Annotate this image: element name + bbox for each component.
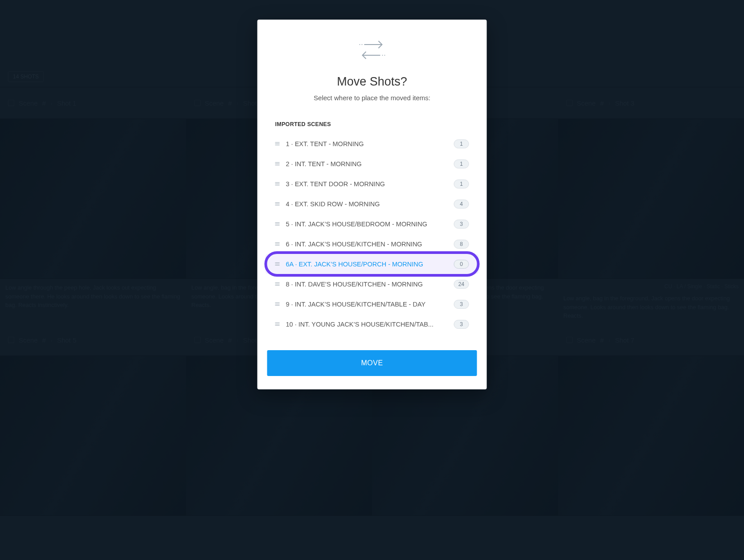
- scene-label: 3 · EXT. TENT DOOR - MORNING: [286, 180, 449, 188]
- scene-row[interactable]: 6A · EXT. JACK’S HOUSE/PORCH - MORNING0: [266, 254, 479, 274]
- scene-label: 1 · EXT. TENT - MORNING: [286, 140, 449, 147]
- scene-label: 2 · INT. TENT - MORNING: [286, 160, 449, 168]
- modal-subtitle: Select where to place the moved items:: [266, 94, 479, 102]
- scene-icon: [275, 141, 281, 146]
- svg-point-5: [384, 55, 385, 56]
- scene-icon: [275, 201, 281, 206]
- scene-icon: [275, 221, 281, 226]
- scene-icon: [275, 161, 281, 166]
- scene-count-badge: 3: [454, 220, 469, 229]
- scene-row[interactable]: 9 · INT. JACK’S HOUSE/KITCHEN/TABLE - DA…: [266, 294, 479, 314]
- scene-label: 8 · INT. DAVE’S HOUSE/KITCHEN - MORNING: [286, 281, 449, 288]
- scene-count-badge: 1: [454, 180, 469, 188]
- scenes-section-label: IMPORTED SCENES: [266, 121, 479, 134]
- scene-count-badge: 24: [454, 280, 469, 289]
- scene-list: 1 · EXT. TENT - MORNING12 · INT. TENT - …: [266, 134, 479, 334]
- scene-row[interactable]: 1 · EXT. TENT - MORNING1: [266, 134, 479, 154]
- scene-label: 10 · INT. YOUNG JACK’S HOUSE/KITCHEN/TAB…: [286, 321, 449, 328]
- scene-count-badge: 1: [454, 159, 469, 168]
- scene-label: 6A · EXT. JACK’S HOUSE/PORCH - MORNING: [286, 261, 449, 268]
- scene-icon: [275, 302, 281, 307]
- scene-icon: [275, 282, 281, 286]
- svg-point-1: [361, 44, 362, 45]
- scene-label: 6 · INT. JACK’S HOUSE/KITCHEN - MORNING: [286, 241, 449, 248]
- scene-count-badge: 4: [454, 200, 469, 208]
- scene-icon: [275, 262, 281, 266]
- scene-row[interactable]: 2 · INT. TENT - MORNING1: [266, 154, 479, 174]
- scene-row[interactable]: 6 · INT. JACK’S HOUSE/KITCHEN - MORNING8: [266, 234, 479, 254]
- scene-row[interactable]: 8 · INT. DAVE’S HOUSE/KITCHEN - MORNING2…: [266, 274, 479, 294]
- scene-icon: [275, 322, 281, 327]
- modal-title: Move Shots?: [266, 75, 479, 89]
- scene-count-badge: 8: [454, 240, 469, 249]
- scene-icon: [275, 181, 281, 186]
- scene-count-badge: 0: [454, 260, 469, 269]
- svg-point-4: [382, 55, 383, 56]
- scene-count-badge: 3: [454, 300, 469, 309]
- move-shots-modal: Move Shots? Select where to place the mo…: [258, 20, 487, 389]
- swap-arrows-icon: [266, 37, 479, 62]
- scene-label: 4 · EXT. SKID ROW - MORNING: [286, 200, 449, 208]
- scene-icon: [275, 241, 281, 246]
- scene-label: 5 · INT. JACK’S HOUSE/BEDROOM - MORNING: [286, 221, 449, 228]
- scene-label: 9 · INT. JACK’S HOUSE/KITCHEN/TABLE - DA…: [286, 301, 449, 308]
- svg-point-2: [359, 44, 360, 45]
- scene-row[interactable]: 5 · INT. JACK’S HOUSE/BEDROOM - MORNING3: [266, 214, 479, 234]
- move-button[interactable]: MOVE: [267, 350, 477, 376]
- scene-row[interactable]: 10 · INT. YOUNG JACK’S HOUSE/KITCHEN/TAB…: [266, 314, 479, 334]
- scene-row[interactable]: 4 · EXT. SKID ROW - MORNING4: [266, 194, 479, 214]
- scene-row[interactable]: 3 · EXT. TENT DOOR - MORNING1: [266, 174, 479, 194]
- scene-count-badge: 3: [454, 320, 469, 329]
- scene-count-badge: 1: [454, 139, 469, 148]
